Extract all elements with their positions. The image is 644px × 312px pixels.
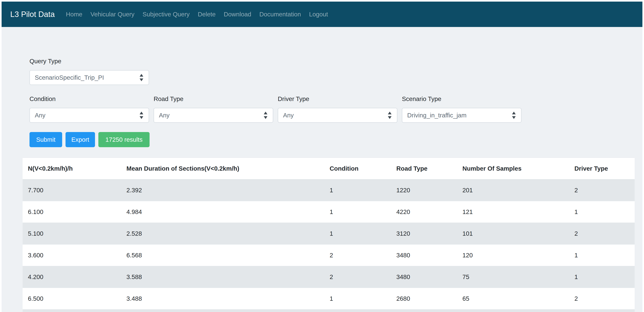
- scenario-type-field: Scenario Type Driving_in_traffic_jam: [402, 95, 522, 123]
- results-table: N(V<0.2km/h)/h Mean Duration of Sections…: [22, 157, 635, 312]
- table-row: 6.500 3.488 1 2680 65 2: [22, 288, 635, 310]
- driver-type-field: Driver Type Any: [278, 95, 397, 123]
- cell: [22, 310, 121, 312]
- scenario-type-value: Driving_in_traffic_jam: [407, 112, 466, 119]
- cell: 4.200: [22, 266, 121, 288]
- cell: 3480: [391, 266, 457, 288]
- column-header: Driver Type: [569, 158, 635, 179]
- cell: 1: [569, 201, 635, 223]
- select-arrows-icon: [139, 112, 144, 119]
- road-type-value: Any: [159, 112, 170, 119]
- cell: [391, 310, 457, 312]
- column-header: N(V<0.2km/h)/h: [22, 158, 121, 179]
- button-row: Submit Export 17250 results: [30, 132, 628, 147]
- nav-item-delete[interactable]: Delete: [194, 11, 220, 18]
- condition-select[interactable]: Any: [30, 108, 149, 123]
- cell: 3.488: [121, 288, 324, 310]
- query-type-field: Query Type ScenarioSpecific_Trip_PI: [30, 57, 628, 85]
- column-header: Road Type: [391, 158, 457, 179]
- cell: 1220: [391, 179, 457, 201]
- nav-item-subjective-query[interactable]: Subjective Query: [138, 11, 194, 18]
- filter-row: Condition Any Road Type Any: [30, 95, 628, 123]
- select-arrows-icon: [139, 74, 144, 81]
- table-body: 7.700 2.392 1 1220 201 2 6.100 4.984 1 4…: [22, 179, 635, 312]
- cell: 1: [324, 179, 391, 201]
- cell: 1: [569, 266, 635, 288]
- select-arrows-icon: [263, 112, 268, 119]
- results-count-badge: 17250 results: [98, 132, 150, 147]
- cell: 3.588: [121, 266, 324, 288]
- cell: 2: [569, 288, 635, 310]
- driver-type-value: Any: [283, 112, 294, 119]
- cell: 75: [457, 266, 569, 288]
- cell: 1: [324, 223, 391, 245]
- cell: 4220: [391, 201, 457, 223]
- cell: [324, 310, 391, 312]
- cell: 6.100: [22, 201, 121, 223]
- driver-type-select[interactable]: Any: [278, 108, 397, 123]
- nav-item-home[interactable]: Home: [62, 11, 86, 18]
- cell: 2: [569, 223, 635, 245]
- cell: 1: [569, 245, 635, 266]
- scenario-type-select[interactable]: Driving_in_traffic_jam: [402, 108, 522, 123]
- cell: 2.392: [121, 179, 324, 201]
- cell: 3120: [391, 223, 457, 245]
- query-type-value: ScenarioSpecific_Trip_PI: [35, 74, 104, 81]
- table-row: 6.100 4.984 1 4220 121 1: [22, 201, 635, 223]
- cell: 3480: [391, 245, 457, 266]
- table-row: 4.200 3.588 2 3480 75 1: [22, 266, 635, 288]
- query-type-select[interactable]: ScenarioSpecific_Trip_PI: [30, 70, 149, 85]
- brand-link[interactable]: L3 Pilot Data: [10, 10, 55, 19]
- select-arrows-icon: [388, 112, 392, 119]
- cell: 120: [457, 245, 569, 266]
- nav-item-download[interactable]: Download: [220, 11, 255, 18]
- cell: 2: [324, 266, 391, 288]
- select-arrows-icon: [512, 112, 516, 119]
- export-button[interactable]: Export: [66, 132, 95, 147]
- condition-value: Any: [35, 112, 46, 119]
- table-row: 7.700 2.392 1 1220 201 2: [22, 179, 635, 201]
- road-type-select[interactable]: Any: [154, 108, 273, 123]
- road-type-label: Road Type: [154, 95, 273, 103]
- cell: 2680: [391, 288, 457, 310]
- nav-item-documentation[interactable]: Documentation: [255, 11, 305, 18]
- column-header: Number Of Samples: [457, 158, 569, 179]
- scenario-type-label: Scenario Type: [402, 95, 522, 103]
- cell: 6.568: [121, 245, 324, 266]
- cell: 101: [457, 223, 569, 245]
- table-row-partial: [22, 310, 635, 312]
- column-header: Mean Duration of Sections(V<0.2km/h): [121, 158, 324, 179]
- cell: 2: [324, 245, 391, 266]
- cell: 2.528: [121, 223, 324, 245]
- navbar: L3 Pilot Data Home Vehicular Query Subje…: [2, 1, 642, 27]
- cell: [457, 310, 569, 312]
- cell: 4.984: [121, 201, 324, 223]
- nav-item-vehicular-query[interactable]: Vehicular Query: [86, 11, 138, 18]
- condition-field: Condition Any: [30, 95, 149, 123]
- cell: 201: [457, 179, 569, 201]
- cell: 3.600: [22, 245, 121, 266]
- road-type-field: Road Type Any: [154, 95, 273, 123]
- cell: [569, 310, 635, 312]
- nav-item-logout[interactable]: Logout: [305, 11, 332, 18]
- nav-links: Home Vehicular Query Subjective Query De…: [62, 11, 332, 18]
- submit-button[interactable]: Submit: [30, 132, 62, 147]
- cell: 65: [457, 288, 569, 310]
- query-type-label: Query Type: [30, 57, 628, 65]
- cell: 121: [457, 201, 569, 223]
- table-row: 3.600 6.568 2 3480 120 1: [22, 245, 635, 266]
- driver-type-label: Driver Type: [278, 95, 397, 103]
- cell: 1: [324, 201, 391, 223]
- table-header: N(V<0.2km/h)/h Mean Duration of Sections…: [22, 158, 635, 179]
- query-form: Query Type ScenarioSpecific_Trip_PI Cond…: [30, 27, 628, 147]
- page-content: Query Type ScenarioSpecific_Trip_PI Cond…: [2, 27, 642, 312]
- cell: 6.500: [22, 288, 121, 310]
- cell: 7.700: [22, 179, 121, 201]
- cell: 5.100: [22, 223, 121, 245]
- cell: 1: [324, 288, 391, 310]
- app-window: L3 Pilot Data Home Vehicular Query Subje…: [2, 1, 642, 312]
- cell: 2: [569, 179, 635, 201]
- cell: [121, 310, 324, 312]
- column-header: Condition: [324, 158, 391, 179]
- table-header-row: N(V<0.2km/h)/h Mean Duration of Sections…: [22, 158, 635, 179]
